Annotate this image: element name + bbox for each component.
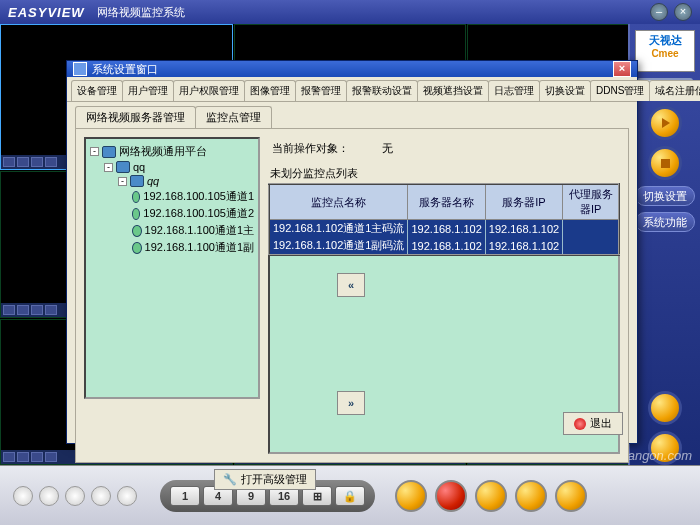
current-object-value: 无: [382, 142, 393, 154]
dot-icon: [91, 486, 111, 506]
tree-node[interactable]: -qq: [118, 174, 254, 188]
device-tree[interactable]: -网络视频通用平台-qq-qq192.168.100.105通道1192.168…: [84, 137, 260, 399]
advanced-mgmt-button[interactable]: 🔧 打开高级管理: [214, 469, 316, 490]
main-tab[interactable]: 设备管理: [71, 80, 123, 101]
transport-button[interactable]: [555, 480, 587, 512]
dot-icon: [65, 486, 85, 506]
transport-button[interactable]: [395, 480, 427, 512]
sub-tabstrip: 网络视频服务器管理监控点管理: [67, 102, 637, 128]
tree-node[interactable]: -qq: [104, 160, 254, 174]
brand-line2: Cmee: [638, 48, 692, 59]
main-tab[interactable]: 域名注册信息设置: [649, 80, 700, 101]
wrench-icon: 🔧: [223, 473, 237, 486]
main-tab[interactable]: 用户权限管理: [173, 80, 245, 101]
tree-node[interactable]: 192.168.100.105通道1: [132, 188, 254, 205]
dot-icon: [117, 486, 137, 506]
sub-tab[interactable]: 网络视频服务器管理: [75, 106, 196, 128]
table-row[interactable]: 192.168.1.102通道1主码流192.168.1.102192.168.…: [269, 220, 619, 238]
aux-button-1[interactable]: [648, 391, 682, 425]
dialog-titlebar[interactable]: 系统设置窗口 ×: [67, 61, 637, 77]
transport-rec-button[interactable]: [435, 480, 467, 512]
record-button[interactable]: [648, 146, 682, 180]
tree-node[interactable]: -网络视频通用平台: [90, 143, 254, 160]
dialog-close-button[interactable]: ×: [613, 61, 631, 77]
advanced-mgmt-label: 打开高级管理: [241, 472, 307, 487]
main-tabstrip: 设备管理用户管理用户权限管理图像管理报警管理报警联动设置视频遮挡设置日志管理切换…: [67, 77, 637, 102]
app-logo: EASYVIEW: [8, 5, 85, 20]
app-title: 网络视频监控系统: [97, 5, 185, 20]
current-object-label: 当前操作对象：: [272, 142, 349, 154]
exit-label: 退出: [590, 416, 612, 431]
folder-icon: [130, 175, 144, 187]
main-tab[interactable]: 报警管理: [295, 80, 347, 101]
close-button[interactable]: ×: [674, 3, 692, 21]
switch-settings-button[interactable]: 切换设置: [635, 186, 695, 206]
brand-box: 天视达 Cmee: [635, 30, 695, 72]
camera-icon: [132, 208, 140, 220]
main-tab[interactable]: 用户管理: [122, 80, 174, 101]
main-tab[interactable]: 切换设置: [539, 80, 591, 101]
move-left-button[interactable]: «: [337, 273, 365, 297]
main-tab[interactable]: 日志管理: [488, 80, 540, 101]
column-header[interactable]: 服务器IP: [485, 184, 562, 220]
folder-icon: [102, 146, 116, 158]
exit-button[interactable]: 退出: [563, 412, 623, 435]
camera-icon: [132, 191, 140, 203]
brand-line1: 天视达: [638, 33, 692, 48]
minimize-button[interactable]: –: [650, 3, 668, 21]
column-header[interactable]: 代理服务器IP: [563, 184, 619, 220]
bottom-toolbar: 1 4 9 16 ⊞ 🔒: [0, 465, 700, 525]
play-button[interactable]: [648, 106, 682, 140]
tree-node[interactable]: 192.168.1.100通道1副: [132, 239, 254, 256]
dot-icon: [39, 486, 59, 506]
table-row[interactable]: 192.168.1.102通道1副码流192.168.1.102192.168.…: [269, 237, 619, 255]
column-header[interactable]: 服务器名称: [408, 184, 485, 220]
transport-button[interactable]: [475, 480, 507, 512]
main-tab[interactable]: DDNS管理: [590, 80, 650, 101]
transport-button[interactable]: [515, 480, 547, 512]
tree-node[interactable]: 192.168.1.100通道1主: [132, 222, 254, 239]
main-tab[interactable]: 图像管理: [244, 80, 296, 101]
system-func-button[interactable]: 系统功能: [635, 212, 695, 232]
dialog-icon: [73, 62, 87, 76]
dot-icon: [13, 486, 33, 506]
camera-icon: [132, 225, 142, 237]
layout-lock-button[interactable]: 🔒: [335, 486, 365, 506]
sub-tab[interactable]: 监控点管理: [195, 106, 272, 128]
camera-icon: [132, 242, 142, 254]
folder-icon: [116, 161, 130, 173]
layout-1-button[interactable]: 1: [170, 486, 200, 506]
tree-node[interactable]: 192.168.100.105通道2: [132, 205, 254, 222]
settings-dialog: 系统设置窗口 × 设备管理用户管理用户权限管理图像管理报警管理报警联动设置视频遮…: [66, 60, 638, 444]
exit-icon: [574, 418, 586, 430]
main-tab[interactable]: 视频遮挡设置: [417, 80, 489, 101]
column-header[interactable]: 监控点名称: [269, 184, 408, 220]
move-right-button[interactable]: »: [337, 391, 365, 415]
list-label: 未划分监控点列表: [268, 164, 620, 183]
dialog-title: 系统设置窗口: [92, 62, 158, 77]
main-tab[interactable]: 报警联动设置: [346, 80, 418, 101]
monitor-points-table[interactable]: 监控点名称服务器名称服务器IP代理服务器IP 192.168.1.102通道1主…: [268, 183, 620, 256]
